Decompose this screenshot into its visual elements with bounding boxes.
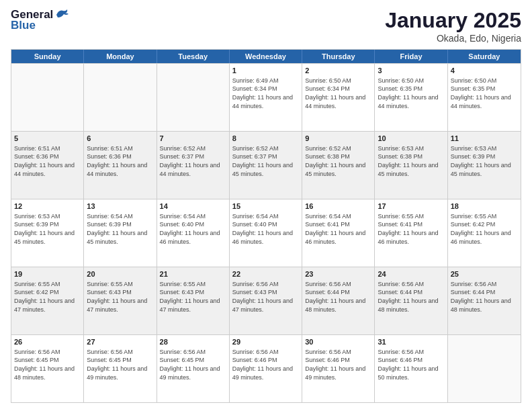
day-number: 24 — [378, 269, 444, 279]
cell-info: Sunrise: 6:56 AM Sunset: 6:44 PM Dayligh… — [305, 280, 371, 314]
calendar-body: 1Sunrise: 6:49 AM Sunset: 6:34 PM Daylig… — [11, 63, 521, 402]
cell-info: Sunrise: 6:52 AM Sunset: 6:37 PM Dayligh… — [232, 144, 299, 178]
weekday-header: Friday — [375, 50, 447, 63]
cell-info: Sunrise: 6:49 AM Sunset: 6:34 PM Dayligh… — [232, 77, 299, 110]
day-number: 31 — [378, 337, 444, 347]
cell-info: Sunrise: 6:56 AM Sunset: 6:46 PM Dayligh… — [378, 348, 444, 381]
logo-blue-text: Blue — [11, 19, 36, 32]
cell-info: Sunrise: 6:52 AM Sunset: 6:38 PM Dayligh… — [305, 144, 371, 178]
calendar-cell: 17Sunrise: 6:55 AM Sunset: 6:41 PM Dayli… — [375, 199, 447, 267]
calendar-cell: 11Sunrise: 6:53 AM Sunset: 6:39 PM Dayli… — [448, 132, 521, 199]
calendar-cell: 28Sunrise: 6:56 AM Sunset: 6:45 PM Dayli… — [157, 335, 230, 402]
calendar-cell: 29Sunrise: 6:56 AM Sunset: 6:46 PM Dayli… — [230, 335, 302, 402]
calendar-cell: 2Sunrise: 6:50 AM Sunset: 6:34 PM Daylig… — [302, 64, 375, 131]
calendar-cell: 19Sunrise: 6:55 AM Sunset: 6:42 PM Dayli… — [11, 267, 84, 334]
calendar-cell: 5Sunrise: 6:51 AM Sunset: 6:36 PM Daylig… — [11, 132, 84, 199]
calendar-cell: 10Sunrise: 6:53 AM Sunset: 6:38 PM Dayli… — [375, 132, 447, 199]
day-number: 23 — [305, 269, 371, 279]
cell-info: Sunrise: 6:54 AM Sunset: 6:40 PM Dayligh… — [232, 212, 299, 246]
calendar-cell: 16Sunrise: 6:54 AM Sunset: 6:41 PM Dayli… — [302, 199, 375, 267]
day-number: 22 — [232, 269, 299, 279]
cell-info: Sunrise: 6:56 AM Sunset: 6:43 PM Dayligh… — [232, 280, 299, 314]
calendar-cell: 18Sunrise: 6:55 AM Sunset: 6:42 PM Dayli… — [448, 199, 521, 267]
calendar-cell: 25Sunrise: 6:56 AM Sunset: 6:44 PM Dayli… — [448, 267, 521, 334]
calendar: SundayMondayTuesdayWednesdayThursdayFrid… — [11, 49, 521, 403]
day-number: 4 — [451, 66, 518, 76]
cell-info: Sunrise: 6:53 AM Sunset: 6:38 PM Dayligh… — [378, 144, 444, 178]
cell-info: Sunrise: 6:51 AM Sunset: 6:36 PM Dayligh… — [14, 144, 81, 178]
calendar-cell: 9Sunrise: 6:52 AM Sunset: 6:38 PM Daylig… — [302, 132, 375, 199]
page: General Blue January 2025 Okada, Edo, Ni… — [0, 0, 532, 411]
weekday-header: Sunday — [11, 50, 84, 63]
title-area: January 2025 Okada, Edo, Nigeria — [385, 8, 521, 44]
calendar-cell: 3Sunrise: 6:50 AM Sunset: 6:35 PM Daylig… — [375, 64, 447, 131]
day-number: 26 — [14, 337, 81, 347]
cell-info: Sunrise: 6:53 AM Sunset: 6:39 PM Dayligh… — [14, 212, 81, 246]
header: General Blue January 2025 Okada, Edo, Ni… — [11, 8, 521, 44]
calendar-cell: 21Sunrise: 6:55 AM Sunset: 6:43 PM Dayli… — [157, 267, 230, 334]
cell-info: Sunrise: 6:56 AM Sunset: 6:45 PM Dayligh… — [87, 348, 153, 381]
weekday-header: Wednesday — [230, 50, 302, 63]
day-number: 28 — [160, 337, 226, 347]
cell-info: Sunrise: 6:56 AM Sunset: 6:44 PM Dayligh… — [378, 280, 444, 314]
day-number: 10 — [378, 134, 444, 144]
day-number: 14 — [160, 201, 226, 212]
cell-info: Sunrise: 6:55 AM Sunset: 6:42 PM Dayligh… — [14, 280, 81, 314]
day-number: 20 — [87, 269, 153, 279]
day-number: 6 — [87, 134, 153, 144]
calendar-cell: 13Sunrise: 6:54 AM Sunset: 6:39 PM Dayli… — [84, 199, 157, 267]
calendar-cell: 27Sunrise: 6:56 AM Sunset: 6:45 PM Dayli… — [84, 335, 157, 402]
day-number: 17 — [378, 201, 444, 212]
calendar-row: 19Sunrise: 6:55 AM Sunset: 6:42 PM Dayli… — [11, 267, 521, 334]
calendar-row: 5Sunrise: 6:51 AM Sunset: 6:36 PM Daylig… — [11, 131, 521, 199]
cell-info: Sunrise: 6:54 AM Sunset: 6:40 PM Dayligh… — [160, 212, 226, 246]
calendar-cell: 26Sunrise: 6:56 AM Sunset: 6:45 PM Dayli… — [11, 335, 84, 402]
day-number: 30 — [305, 337, 371, 347]
cell-info: Sunrise: 6:56 AM Sunset: 6:45 PM Dayligh… — [14, 348, 81, 381]
calendar-cell — [157, 64, 230, 131]
calendar-cell: 1Sunrise: 6:49 AM Sunset: 6:34 PM Daylig… — [230, 64, 302, 131]
day-number: 16 — [305, 201, 371, 212]
weekday-header: Monday — [84, 50, 157, 63]
calendar-cell: 31Sunrise: 6:56 AM Sunset: 6:46 PM Dayli… — [375, 335, 447, 402]
day-number: 29 — [232, 337, 299, 347]
day-number: 18 — [451, 201, 518, 212]
day-number: 11 — [451, 134, 518, 144]
calendar-row: 12Sunrise: 6:53 AM Sunset: 6:39 PM Dayli… — [11, 199, 521, 267]
day-number: 12 — [14, 201, 81, 212]
calendar-row: 26Sunrise: 6:56 AM Sunset: 6:45 PM Dayli… — [11, 334, 521, 402]
calendar-cell: 30Sunrise: 6:56 AM Sunset: 6:46 PM Dayli… — [302, 335, 375, 402]
cell-info: Sunrise: 6:55 AM Sunset: 6:42 PM Dayligh… — [451, 212, 518, 246]
cell-info: Sunrise: 6:50 AM Sunset: 6:35 PM Dayligh… — [378, 77, 444, 110]
day-number: 9 — [305, 134, 371, 144]
cell-info: Sunrise: 6:54 AM Sunset: 6:41 PM Dayligh… — [305, 212, 371, 246]
cell-info: Sunrise: 6:54 AM Sunset: 6:39 PM Dayligh… — [87, 212, 153, 246]
calendar-cell: 22Sunrise: 6:56 AM Sunset: 6:43 PM Dayli… — [230, 267, 302, 334]
calendar-cell: 7Sunrise: 6:52 AM Sunset: 6:37 PM Daylig… — [157, 132, 230, 199]
calendar-header: SundayMondayTuesdayWednesdayThursdayFrid… — [11, 50, 521, 63]
calendar-cell: 15Sunrise: 6:54 AM Sunset: 6:40 PM Dayli… — [230, 199, 302, 267]
cell-info: Sunrise: 6:56 AM Sunset: 6:45 PM Dayligh… — [160, 348, 226, 381]
weekday-header: Saturday — [448, 50, 521, 63]
cell-info: Sunrise: 6:52 AM Sunset: 6:37 PM Dayligh… — [160, 144, 226, 178]
day-number: 7 — [160, 134, 226, 144]
cell-info: Sunrise: 6:51 AM Sunset: 6:36 PM Dayligh… — [87, 144, 153, 178]
subtitle: Okada, Edo, Nigeria — [385, 33, 521, 44]
day-number: 2 — [305, 66, 371, 76]
calendar-cell: 24Sunrise: 6:56 AM Sunset: 6:44 PM Dayli… — [375, 267, 447, 334]
day-number: 19 — [14, 269, 81, 279]
day-number: 27 — [87, 337, 153, 347]
cell-info: Sunrise: 6:56 AM Sunset: 6:46 PM Dayligh… — [305, 348, 371, 381]
calendar-cell — [11, 64, 84, 131]
day-number: 21 — [160, 269, 226, 279]
calendar-cell — [448, 335, 521, 402]
month-title: January 2025 — [385, 8, 521, 33]
day-number: 8 — [232, 134, 299, 144]
cell-info: Sunrise: 6:50 AM Sunset: 6:35 PM Dayligh… — [451, 77, 518, 110]
weekday-header: Thursday — [302, 50, 375, 63]
cell-info: Sunrise: 6:53 AM Sunset: 6:39 PM Dayligh… — [451, 144, 518, 178]
cell-info: Sunrise: 6:56 AM Sunset: 6:46 PM Dayligh… — [232, 348, 299, 381]
calendar-cell: 6Sunrise: 6:51 AM Sunset: 6:36 PM Daylig… — [84, 132, 157, 199]
calendar-cell: 20Sunrise: 6:55 AM Sunset: 6:43 PM Dayli… — [84, 267, 157, 334]
calendar-cell: 8Sunrise: 6:52 AM Sunset: 6:37 PM Daylig… — [230, 132, 302, 199]
